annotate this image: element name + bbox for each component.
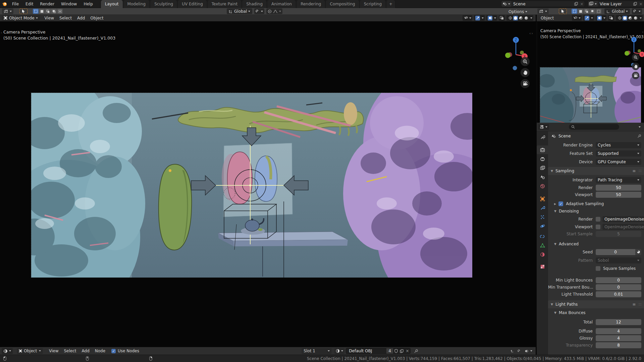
shader-view-menu[interactable]: View (46, 349, 61, 353)
diffuse-bounces-field[interactable]: 4 (596, 328, 641, 334)
select-mode-intersect-right[interactable] (596, 9, 601, 14)
blender-logo-icon[interactable] (0, 1, 9, 6)
tab-view-layer-properties[interactable] (537, 164, 548, 172)
select-mode-circle[interactable] (45, 9, 51, 14)
menu-file[interactable]: File (9, 0, 22, 8)
editor-type-3dview-button[interactable] (2, 8, 13, 14)
tab-rendering[interactable]: Rendering (297, 0, 325, 8)
min-transparent-field[interactable]: 0 (596, 284, 641, 290)
mode-dropdown[interactable]: Object Mode (2, 15, 40, 21)
tab-scene-properties[interactable] (537, 173, 548, 181)
drag-dots-icon-2[interactable]: ∷ (639, 302, 641, 307)
view-layer-name-field[interactable]: View Layer (598, 2, 632, 6)
tab-particle-properties[interactable] (537, 213, 548, 221)
transparency-bounces-field[interactable]: 8 (596, 342, 641, 348)
properties-search-input[interactable] (569, 124, 619, 130)
seed-field[interactable]: 0 (596, 249, 635, 255)
active-tool-select-box[interactable] (19, 8, 28, 14)
scene-browse-button[interactable] (501, 1, 511, 7)
unlink-material-icon[interactable]: × (405, 348, 410, 354)
tab-world-properties[interactable] (537, 182, 548, 190)
select-mode-tweak[interactable] (33, 9, 39, 14)
select-mode-intersect[interactable] (57, 9, 63, 14)
active-tool-select-box-right[interactable] (559, 8, 567, 14)
view-layer-delete-button[interactable]: × (638, 1, 644, 7)
area-corner-widget[interactable]: › (1, 31, 2, 35)
start-sample-field[interactable]: 5 (596, 231, 641, 237)
select-mode-lasso-right[interactable] (590, 9, 595, 14)
gizmos-toggle-dropdown[interactable] (474, 15, 485, 21)
scene-name-field[interactable]: Scene (511, 2, 573, 6)
seed-animate-icon[interactable] (635, 249, 641, 255)
xray-toggle[interactable] (499, 15, 505, 21)
snap-node-icon[interactable] (517, 349, 522, 353)
render-engine-dropdown[interactable]: Cycles (596, 142, 641, 148)
editor-type-shader-button[interactable] (2, 348, 13, 354)
tab-object-properties[interactable] (537, 194, 548, 203)
select-mode-box[interactable] (39, 9, 45, 14)
editor-type-properties-button[interactable] (538, 124, 549, 130)
feature-set-dropdown[interactable]: Supported (596, 150, 641, 157)
sampling-panel-header[interactable]: ▼Sampling ≡ ∷ (548, 167, 644, 175)
zoom-tool-icon-right[interactable] (632, 54, 639, 61)
preset-menu-icon-2[interactable]: ≡ (632, 302, 636, 307)
shading-material-button-right[interactable] (628, 16, 633, 20)
shader-type-dropdown[interactable]: Object (17, 348, 43, 354)
view-layer-browse-button[interactable] (588, 1, 598, 7)
overlays-toggle-dropdown[interactable] (486, 15, 497, 21)
tab-physics-properties[interactable] (537, 222, 548, 230)
select-menu[interactable]: Select (57, 16, 74, 20)
tab-scripting[interactable]: Scripting (360, 0, 386, 8)
gizmos-toggle-dropdown-right[interactable] (583, 15, 594, 21)
square-samples-checkbox[interactable] (596, 266, 600, 271)
light-paths-panel-header[interactable]: ▼Light Paths ≡ ∷ (548, 300, 644, 308)
add-workspace-button[interactable]: + (386, 0, 395, 8)
transform-orientation-dropdown-right[interactable]: Global (604, 8, 630, 14)
tab-tool-properties[interactable] (537, 133, 548, 141)
transform-orientation-dropdown[interactable]: Global (227, 8, 252, 14)
overlay-node-icon[interactable] (524, 349, 529, 353)
denoise-render-dropdown[interactable]: OpenImageDenoise (602, 216, 644, 222)
denoising-header[interactable]: ▼Denoising (548, 207, 644, 215)
parent-node-tree-icon[interactable] (510, 349, 515, 353)
add-menu[interactable]: Add (74, 16, 88, 20)
tab-uv-editing[interactable]: UV Editing (178, 0, 207, 8)
denoise-viewport-dropdown[interactable]: OpenImageDenoise (602, 224, 644, 230)
select-mode-tweak-right[interactable] (572, 9, 577, 14)
menu-edit[interactable]: Edit (22, 0, 37, 8)
overlays-toggle-dropdown-right[interactable] (596, 15, 606, 21)
object-visibility-dropdown-right[interactable] (572, 15, 582, 21)
min-light-bounces-field[interactable]: 0 (596, 277, 641, 283)
area-split-widget[interactable]: ‹› (529, 31, 534, 36)
material-users-count[interactable]: 4 (386, 348, 393, 354)
shader-node-menu[interactable]: Node (92, 349, 108, 353)
denoise-viewport-checkbox[interactable] (596, 225, 600, 229)
light-threshold-field[interactable]: 0.01 (596, 291, 641, 297)
menu-help[interactable]: Help (80, 0, 96, 8)
max-bounces-header[interactable]: ▼Max Bounces (548, 309, 644, 316)
shader-add-menu[interactable]: Add (79, 349, 92, 353)
scene-delete-button[interactable]: × (579, 1, 585, 7)
select-mode-lasso[interactable] (51, 9, 57, 14)
snapping-toggle-right[interactable] (632, 8, 642, 14)
object-menu-right[interactable]: Object (538, 16, 556, 20)
menu-window[interactable]: Window (58, 0, 80, 8)
pan-tool-icon[interactable] (521, 68, 530, 77)
device-dropdown[interactable]: GPU Compute (596, 159, 641, 165)
material-slot-dropdown[interactable]: Slot 1 (302, 348, 332, 354)
shading-material-button[interactable] (519, 16, 523, 20)
object-visibility-dropdown[interactable] (463, 15, 472, 21)
tab-texture-properties[interactable] (537, 262, 548, 271)
tab-compositing[interactable]: Compositing (326, 0, 359, 8)
snapping-toggle[interactable] (254, 8, 264, 14)
breadcrumb-label[interactable]: Scene (558, 134, 571, 138)
tab-modifier-properties[interactable] (537, 203, 548, 212)
tab-animation[interactable]: Animation (267, 0, 296, 8)
properties-filter-dropdown[interactable] (639, 126, 641, 128)
advanced-header[interactable]: ▼Advanced (548, 240, 644, 248)
tab-sculpting[interactable]: Sculpting (150, 0, 177, 8)
editor-type-3dview-button-right[interactable] (537, 8, 549, 14)
object-menu[interactable]: Object (88, 16, 106, 20)
xray-toggle-right[interactable] (608, 15, 614, 21)
use-nodes-checkbox[interactable]: ✓ (111, 349, 116, 353)
